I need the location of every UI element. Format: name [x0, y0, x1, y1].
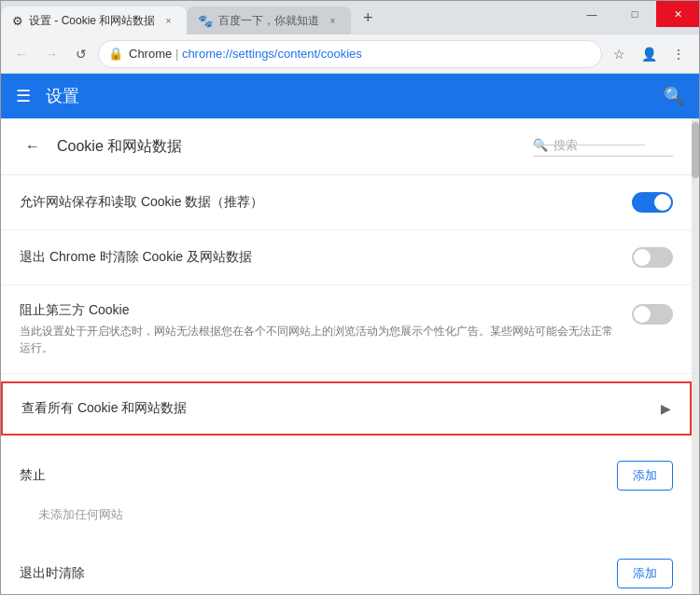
page-back-button[interactable]: ← — [20, 133, 46, 159]
account-button[interactable]: 👤 — [636, 41, 662, 67]
url-path: chrome://settings/content/cookies — [182, 47, 362, 61]
allow-cookies-slider — [632, 192, 673, 213]
baidu-tab-label: 百度一下，你就知道 — [218, 13, 319, 29]
title-bar: ⚙ 设置 - Cookie 和网站数据 × 🐾 百度一下，你就知道 × + — … — [1, 1, 699, 35]
minimize-button[interactable]: — — [570, 1, 613, 27]
block-add-button[interactable]: 添加 — [617, 461, 673, 491]
block-third-party-desc: 当此设置处于开启状态时，网站无法根据您在各个不同网站上的浏览活动为您展示个性化广… — [20, 323, 617, 356]
settings-tab-icon: ⚙ — [12, 14, 23, 28]
header-title: 设置 — [46, 85, 649, 107]
header-search-icon[interactable]: 🔍 — [664, 86, 684, 106]
refresh-button[interactable]: ↺ — [68, 41, 94, 67]
clear-on-exit-knob — [634, 249, 651, 266]
main-content: ← Cookie 和网站数据 🔍 搜索 允许网站保存和读取 Cookie 数据（… — [1, 118, 692, 594]
allow-cookies-label: 允许网站保存和读取 Cookie 数据（推荐） — [20, 194, 263, 211]
secure-icon: 🔒 — [108, 47, 123, 61]
block-third-party-slider — [632, 304, 673, 325]
allow-cookies-item: 允许网站保存和读取 Cookie 数据（推荐） — [1, 175, 692, 230]
allow-cookies-knob — [654, 194, 671, 211]
maximize-button[interactable]: □ — [613, 1, 656, 27]
browser-window: ⚙ 设置 - Cookie 和网站数据 × 🐾 百度一下，你就知道 × + — … — [0, 0, 700, 595]
page-header: ← Cookie 和网站数据 🔍 搜索 — [1, 118, 692, 175]
block-empty-state: 未添加任何网站 — [1, 495, 692, 534]
url-prefix: Chrome — [129, 47, 172, 61]
clear-on-exit-slider — [632, 247, 673, 268]
url-separator: | — [175, 47, 182, 61]
allow-cookies-toggle[interactable] — [632, 192, 673, 213]
block-section-row: 禁止 添加 — [1, 443, 692, 495]
scrollbar-thumb[interactable] — [692, 122, 699, 178]
clear-section-row: 退出时清除 添加 — [1, 542, 692, 594]
baidu-tab[interactable]: 🐾 百度一下，你就知道 × — [187, 7, 351, 35]
clear-on-exit-toggle[interactable] — [632, 247, 673, 268]
forward-button[interactable]: → — [38, 41, 64, 67]
block-third-party-toggle[interactable] — [632, 304, 673, 325]
settings-content: ← Cookie 和网站数据 🔍 搜索 允许网站保存和读取 Cookie 数据（… — [1, 118, 699, 594]
chrome-menu-button[interactable]: ⋮ — [665, 41, 692, 67]
search-box[interactable]: 🔍 搜索 — [533, 137, 673, 157]
url-bar[interactable]: 🔒 Chrome | chrome://settings/content/coo… — [98, 40, 602, 68]
settings-tab-close[interactable]: × — [161, 13, 175, 28]
search-underline — [533, 145, 645, 145]
close-button[interactable]: ✕ — [656, 1, 699, 27]
url-display: Chrome | chrome://settings/content/cooki… — [129, 47, 362, 61]
hamburger-menu-icon[interactable]: ☰ — [16, 86, 31, 106]
block-third-party-item: 阻止第三方 Cookie 当此设置处于开启状态时，网站无法根据您在各个不同网站上… — [1, 285, 692, 374]
address-bar-right: ☆ 👤 ⋮ — [606, 41, 692, 67]
block-section-label: 禁止 — [20, 467, 46, 484]
settings-tab[interactable]: ⚙ 设置 - Cookie 和网站数据 × — [1, 7, 187, 35]
block-third-party-knob — [634, 306, 651, 323]
new-tab-button[interactable]: + — [355, 5, 381, 31]
clear-add-button[interactable]: 添加 — [617, 559, 673, 588]
chrome-header: ☰ 设置 🔍 — [1, 74, 699, 118]
chevron-right-icon: ▶ — [661, 401, 671, 416]
settings-tab-label: 设置 - Cookie 和网站数据 — [29, 13, 155, 29]
back-button[interactable]: ← — [8, 41, 35, 67]
clear-on-exit-label: 退出 Chrome 时清除 Cookie 及网站数据 — [20, 249, 252, 266]
clear-on-exit-item: 退出 Chrome 时清除 Cookie 及网站数据 — [1, 230, 692, 285]
clear-section-label: 退出时清除 — [20, 565, 85, 582]
address-bar: ← → ↺ 🔒 Chrome | chrome://settings/conte… — [1, 35, 699, 74]
bookmark-button[interactable]: ☆ — [606, 41, 632, 67]
view-all-cookies-label: 查看所有 Cookie 和网站数据 — [21, 400, 187, 417]
baidu-tab-close[interactable]: × — [325, 13, 340, 28]
block-third-party-label: 阻止第三方 Cookie — [20, 302, 617, 319]
window-controls: — □ ✕ — [570, 1, 699, 27]
page-title: Cookie 和网站数据 — [57, 137, 522, 157]
scrollbar-track[interactable] — [692, 118, 699, 594]
baidu-tab-icon: 🐾 — [198, 14, 213, 28]
view-all-cookies-item[interactable]: 查看所有 Cookie 和网站数据 ▶ — [1, 381, 692, 436]
